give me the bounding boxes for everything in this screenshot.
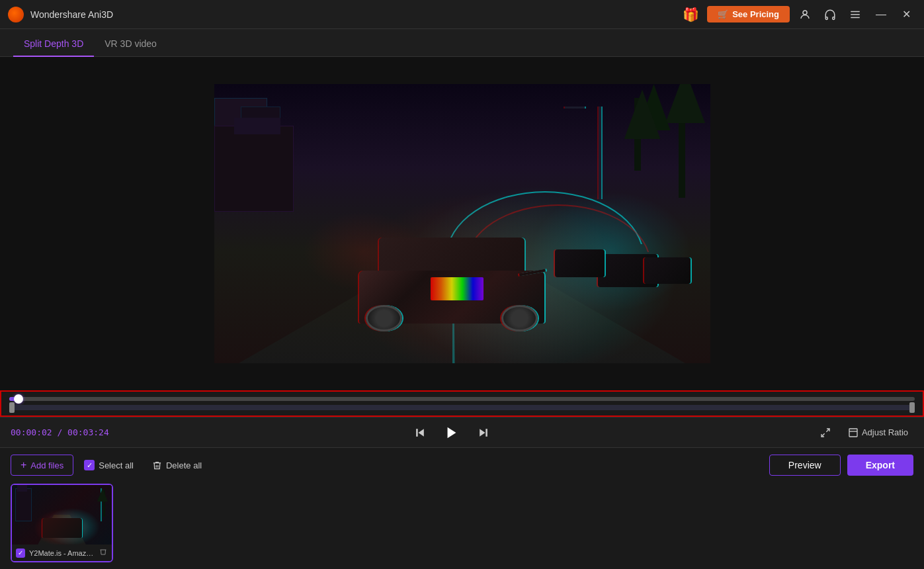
playback-controls	[109, 421, 794, 444]
svg-rect-10	[485, 429, 487, 437]
select-all-checkbox-icon: ✓	[84, 460, 95, 470]
list-item[interactable]: ✓ Y2Mate.is - Amazing 3D R.	[11, 484, 113, 562]
trash-icon	[152, 460, 162, 470]
svg-rect-1	[825, 17, 827, 19]
timeline-area	[0, 390, 924, 417]
svg-rect-2	[833, 17, 835, 19]
file-info: ✓ Y2Mate.is - Amazing 3D R.	[12, 545, 112, 561]
svg-rect-13	[849, 429, 857, 437]
play-button[interactable]	[441, 421, 463, 444]
user-icon-button[interactable]	[795, 5, 815, 24]
range-right-handle[interactable]	[909, 402, 915, 413]
time-total: 00:03:24	[67, 427, 109, 437]
fullscreen-button[interactable]	[815, 425, 836, 441]
headphone-icon-button[interactable]	[820, 5, 840, 24]
export-button[interactable]: Export	[847, 455, 913, 476]
right-controls: Adjust Ratio	[794, 425, 913, 441]
file-delete-button[interactable]	[99, 547, 108, 558]
bottom-toolbar: + Add files ✓ Select all Delete all Prev…	[11, 455, 913, 476]
tab-split-depth-3d[interactable]: Split Depth 3D	[13, 33, 94, 57]
gift-icon-button[interactable]: 🎁	[680, 4, 702, 25]
controls-bar: 00:00:02 / 00:03:24	[0, 417, 924, 447]
preview-export-buttons: Preview Export	[769, 455, 913, 476]
app-title: Wondershare Ani3D	[30, 9, 680, 20]
skip-forward-button[interactable]	[472, 421, 495, 444]
bottom-panel: + Add files ✓ Select all Delete all Prev…	[0, 447, 924, 569]
main-content: 00:00:02 / 00:03:24	[0, 57, 924, 569]
scrubber-range[interactable]	[9, 405, 915, 410]
svg-marker-9	[480, 429, 485, 437]
plus-icon: +	[21, 459, 26, 471]
scrubber-thumb[interactable]	[14, 394, 23, 404]
svg-rect-7	[416, 429, 418, 437]
close-button[interactable]: ✕	[897, 5, 916, 23]
main-car	[346, 218, 558, 337]
svg-point-0	[803, 11, 807, 15]
file-checkbox[interactable]: ✓	[16, 548, 25, 558]
menu-icon-button[interactable]	[845, 5, 865, 24]
time-separator: /	[57, 427, 67, 437]
title-actions: 🎁 🛒 See Pricing — ✕	[680, 4, 916, 25]
thumb-car	[42, 518, 82, 538]
skip-back-button[interactable]	[409, 421, 431, 444]
delete-all-button[interactable]: Delete all	[144, 457, 210, 474]
tab-bar: Split Depth 3D VR 3D video	[0, 29, 924, 57]
file-thumbnail	[12, 485, 112, 545]
title-bar: Wondershare Ani3D 🎁 🛒 See Pricing — ✕	[0, 0, 924, 29]
video-canvas	[214, 84, 710, 363]
svg-marker-6	[418, 429, 423, 437]
time-current: 00:00:02	[11, 427, 52, 437]
time-display: 00:00:02 / 00:03:24	[11, 427, 109, 437]
cart-icon: 🛒	[718, 9, 728, 19]
video-area	[0, 57, 924, 390]
svg-line-11	[826, 429, 829, 432]
add-files-button[interactable]: + Add files	[11, 455, 73, 476]
preview-button[interactable]: Preview	[769, 455, 841, 476]
svg-line-12	[821, 433, 825, 437]
adjust-ratio-button[interactable]: Adjust Ratio	[843, 425, 913, 441]
select-all-button[interactable]: ✓ Select all	[76, 456, 142, 474]
file-name: Y2Mate.is - Amazing 3D R.	[29, 549, 95, 557]
thumb-scene	[12, 485, 112, 545]
file-list: ✓ Y2Mate.is - Amazing 3D R.	[11, 484, 913, 562]
range-left-handle[interactable]	[9, 402, 15, 413]
tab-vr-3d-video[interactable]: VR 3D video	[94, 33, 167, 57]
video-preview	[214, 84, 710, 363]
minimize-button[interactable]: —	[870, 6, 892, 23]
app-logo	[8, 7, 24, 22]
svg-marker-8	[447, 427, 456, 438]
scrubber-track[interactable]	[9, 397, 915, 401]
see-pricing-button[interactable]: 🛒 See Pricing	[707, 6, 790, 22]
